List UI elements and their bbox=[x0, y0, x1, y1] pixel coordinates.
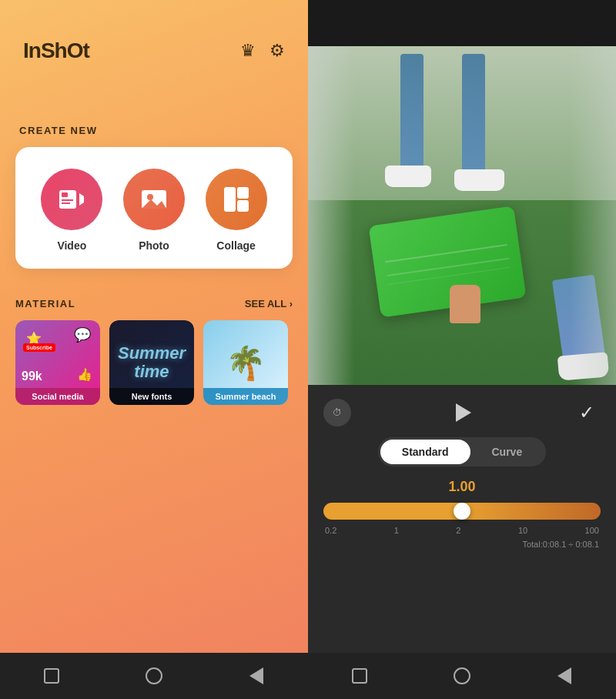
tick-4: 100 bbox=[585, 526, 599, 535]
shoe-left bbox=[385, 166, 431, 187]
collage-label: Collage bbox=[216, 239, 256, 252]
nav-home-left[interactable] bbox=[144, 666, 164, 686]
crown-icon[interactable]: ♛ bbox=[240, 41, 256, 61]
tab-standard[interactable]: Standard bbox=[380, 440, 470, 464]
app-logo: InShOt bbox=[23, 38, 89, 63]
card-line3 bbox=[388, 267, 510, 285]
material-items-row: ⭐ 💬 Subscribe 99k 👍 Social media Summer … bbox=[15, 320, 293, 405]
circle-icon-right bbox=[454, 667, 470, 684]
material-label: MATERIAL bbox=[15, 298, 75, 309]
blur-right bbox=[570, 46, 616, 385]
svg-rect-2 bbox=[62, 192, 68, 197]
svg-rect-8 bbox=[224, 187, 236, 212]
leg-left bbox=[400, 54, 424, 177]
speed-icon-button[interactable]: ⏱ bbox=[323, 399, 351, 426]
header-icons: ♛ ⚙ bbox=[240, 41, 285, 61]
material-new-fonts[interactable]: Summer time New fonts bbox=[109, 320, 194, 405]
create-video-item[interactable]: Video bbox=[41, 169, 102, 252]
video-icon-circle bbox=[41, 169, 102, 230]
card-line2 bbox=[387, 258, 509, 276]
bottom-nav-right bbox=[308, 653, 616, 699]
thumb-holding bbox=[450, 285, 480, 323]
leg-right bbox=[462, 54, 485, 185]
tick-1: 1 bbox=[394, 526, 399, 535]
check-button[interactable]: ✓ bbox=[573, 399, 601, 426]
svg-rect-9 bbox=[237, 187, 249, 199]
new-fonts-label: New fonts bbox=[109, 388, 194, 405]
beach-emoji: 🌴 bbox=[226, 344, 266, 382]
card-line1 bbox=[385, 244, 507, 263]
svg-point-6 bbox=[147, 194, 153, 200]
check-icon: ✓ bbox=[579, 402, 594, 423]
slider-container bbox=[323, 503, 601, 520]
create-new-section: CREATE NEW Video bbox=[0, 79, 308, 276]
material-summer-beach[interactable]: 🌴 Summer beach bbox=[203, 320, 288, 405]
nav-back-left[interactable] bbox=[246, 666, 266, 686]
create-collage-item[interactable]: Collage bbox=[206, 169, 267, 252]
tick-0: 0.2 bbox=[325, 526, 336, 535]
social-media-label: Social media bbox=[15, 388, 100, 405]
tick-row: 0.2 1 2 10 100 bbox=[323, 526, 601, 535]
speed-value: 1.00 bbox=[448, 479, 475, 495]
nav-square-left[interactable] bbox=[42, 666, 62, 686]
count-sticker: 99k bbox=[22, 370, 42, 383]
total-info: Total:0:08.1 ÷ 0:08.1 bbox=[522, 540, 599, 549]
create-photo-item[interactable]: Photo bbox=[123, 169, 185, 252]
right-top-bar bbox=[308, 0, 616, 46]
tab-curve[interactable]: Curve bbox=[470, 440, 544, 464]
play-button[interactable] bbox=[447, 397, 477, 428]
nav-home-right[interactable] bbox=[452, 666, 472, 686]
see-all-button[interactable]: SEE ALL › bbox=[245, 298, 293, 309]
collage-icon bbox=[223, 186, 250, 213]
video-preview bbox=[308, 46, 616, 385]
app-header: InShOt ♛ ⚙ bbox=[0, 0, 308, 79]
playback-row: ⏱ ✓ bbox=[323, 397, 601, 428]
nav-square-right[interactable] bbox=[350, 666, 370, 686]
square-icon-right bbox=[352, 668, 367, 684]
nav-back-right[interactable] bbox=[554, 666, 574, 686]
play-icon bbox=[456, 403, 471, 422]
slider-thumb[interactable] bbox=[454, 503, 470, 520]
video-icon bbox=[58, 186, 85, 213]
material-social-media[interactable]: ⭐ 💬 Subscribe 99k 👍 Social media bbox=[15, 320, 100, 405]
material-header: MATERIAL SEE ALL › bbox=[15, 298, 293, 309]
tick-3: 10 bbox=[518, 526, 527, 535]
summer-time-text: Summer time bbox=[118, 344, 186, 381]
summer-beach-label: Summer beach bbox=[203, 388, 288, 405]
triangle-icon-right bbox=[557, 667, 571, 684]
circle-icon-left bbox=[146, 667, 162, 684]
svg-rect-10 bbox=[237, 200, 249, 212]
collage-icon-circle bbox=[206, 169, 267, 230]
video-label: Video bbox=[57, 239, 86, 252]
video-frame bbox=[308, 46, 616, 385]
gear-icon[interactable]: ⚙ bbox=[270, 41, 285, 61]
thumb-sticker: 👍 bbox=[77, 367, 92, 382]
controls-area: ⏱ ✓ Standard Curve 1.00 0.2 1 2 bbox=[308, 385, 616, 653]
photo-icon-circle bbox=[123, 169, 185, 230]
blur-left bbox=[308, 46, 354, 385]
photo-icon bbox=[140, 186, 168, 213]
triangle-icon-left bbox=[249, 667, 263, 684]
photo-label: Photo bbox=[139, 239, 169, 252]
shoe-right bbox=[454, 169, 504, 191]
tick-2: 2 bbox=[456, 526, 460, 535]
square-icon-left bbox=[44, 668, 59, 684]
subscribe-sticker: Subscribe bbox=[23, 343, 55, 352]
slider-track bbox=[323, 503, 601, 520]
bottom-nav-left bbox=[0, 653, 308, 699]
tab-row: Standard Curve bbox=[378, 437, 546, 467]
speed-icon: ⏱ bbox=[333, 407, 342, 418]
create-card: Video Photo bbox=[15, 147, 293, 269]
chat-sticker: 💬 bbox=[74, 326, 91, 343]
svg-marker-1 bbox=[79, 193, 84, 206]
material-section: MATERIAL SEE ALL › ⭐ 💬 Subscribe 99k 👍 S… bbox=[0, 276, 308, 413]
right-panel: ⏱ ✓ Standard Curve 1.00 0.2 1 2 bbox=[308, 0, 616, 699]
create-new-label: CREATE NEW bbox=[15, 125, 293, 136]
left-panel: InShOt ♛ ⚙ CREATE NEW Video bbox=[0, 0, 308, 699]
